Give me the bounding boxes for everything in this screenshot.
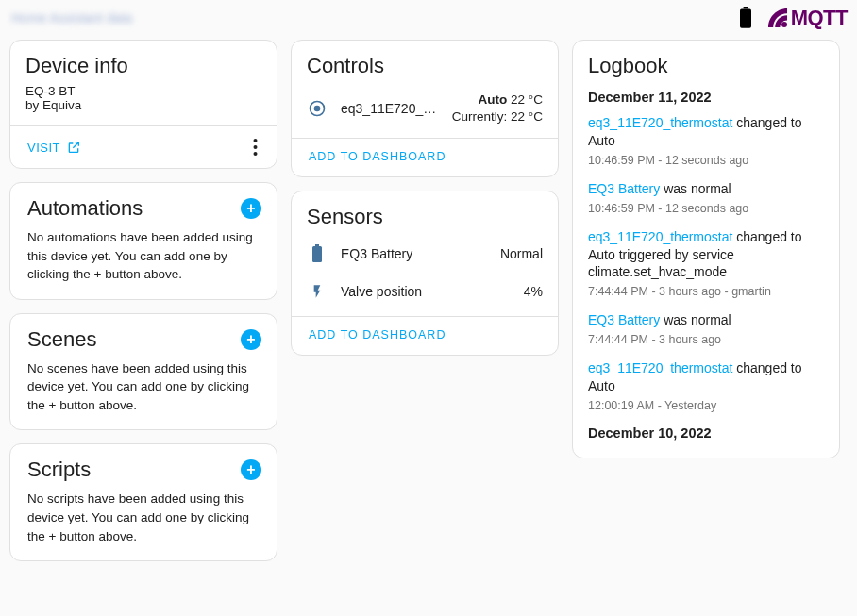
sensors-card: Sensors EQ3 BatteryNormalValve position4… bbox=[291, 191, 559, 356]
add-scene-button[interactable]: + bbox=[241, 329, 261, 350]
scripts-title: Scripts bbox=[27, 458, 91, 482]
battery-icon bbox=[738, 7, 753, 29]
flash-icon bbox=[307, 282, 328, 301]
logbook-entry-meta: 7:44:44 PM - 3 hours ago bbox=[588, 333, 822, 346]
overflow-menu-button[interactable] bbox=[249, 138, 261, 157]
svg-point-5 bbox=[254, 152, 258, 156]
logbook-entry-text: eq3_11E720_thermostat changed to Auto bbox=[588, 359, 822, 395]
battery-icon bbox=[307, 244, 328, 263]
logbook-date-header: December 11, 2022 bbox=[588, 90, 822, 105]
logbook-entry-text: eq3_11E720_thermostat changed to Auto bbox=[588, 114, 822, 150]
svg-rect-8 bbox=[315, 244, 319, 246]
logbook-entry: EQ3 Battery was normal7:44:44 PM - 3 hou… bbox=[588, 311, 822, 346]
svg-point-3 bbox=[254, 139, 258, 142]
logbook-entry-meta: 12:00:19 AM - Yesterday bbox=[588, 399, 822, 412]
svg-point-4 bbox=[254, 145, 258, 149]
svg-point-2 bbox=[781, 22, 787, 27]
visit-label: VISIT bbox=[27, 141, 60, 155]
logbook-entity-link[interactable]: eq3_11E720_thermostat bbox=[588, 360, 732, 375]
scripts-card: Scripts + No scripts have been added usi… bbox=[9, 443, 277, 561]
device-manufacturer: by Equiva bbox=[25, 98, 261, 112]
logbook-entry-text: EQ3 Battery was normal bbox=[588, 180, 822, 198]
svg-rect-9 bbox=[312, 246, 322, 262]
logbook-entry: eq3_11E720_thermostat changed to Auto12:… bbox=[588, 359, 822, 412]
add-script-button[interactable]: + bbox=[241, 459, 261, 480]
logbook-entry-meta: 10:46:59 PM - 12 seconds ago bbox=[588, 154, 822, 167]
device-info-title: Device info bbox=[25, 54, 261, 78]
external-link-icon bbox=[66, 140, 81, 155]
mqtt-text: MQTT bbox=[791, 6, 848, 30]
sensor-value: Normal bbox=[500, 246, 543, 261]
sensors-add-dashboard-button[interactable]: ADD TO DASHBOARD bbox=[292, 317, 558, 355]
scripts-empty-text: No scripts have been added using this de… bbox=[27, 490, 261, 545]
sensors-title: Sensors bbox=[307, 205, 543, 229]
controls-title: Controls bbox=[307, 54, 543, 78]
control-row-thermostat[interactable]: eq3_11E720_therm… Auto 22 °C Currently: … bbox=[307, 84, 543, 128]
sensor-row[interactable]: Valve position4% bbox=[307, 273, 543, 310]
sensor-name: Valve position bbox=[341, 284, 511, 299]
scenes-title: Scenes bbox=[27, 327, 96, 352]
visit-button[interactable]: VISIT bbox=[27, 140, 81, 155]
scenes-card: Scenes + No scenes have been added using… bbox=[9, 313, 277, 431]
automations-empty-text: No automations have been added using thi… bbox=[27, 228, 261, 284]
logbook-entry-meta: 7:44:44 PM - 3 hours ago - gmartin bbox=[588, 285, 822, 298]
sensor-value: 4% bbox=[524, 284, 543, 299]
logbook-title: Logbook bbox=[588, 54, 828, 78]
automations-card: Automations + No automations have been a… bbox=[9, 182, 277, 300]
automations-title: Automations bbox=[27, 196, 143, 221]
svg-point-7 bbox=[314, 105, 321, 111]
mqtt-signal-icon bbox=[766, 7, 789, 29]
logbook-entity-link[interactable]: eq3_11E720_thermostat bbox=[588, 229, 732, 244]
logbook-card: Logbook December 11, 2022eq3_11E720_ther… bbox=[572, 40, 840, 458]
add-automation-button[interactable]: + bbox=[241, 198, 261, 219]
breadcrumb-blurred: Home Assistant data bbox=[11, 10, 132, 25]
logbook-scroll[interactable]: December 11, 2022eq3_11E720_thermostat c… bbox=[588, 84, 828, 452]
control-state: Auto 22 °C Currently: 22 °C bbox=[452, 92, 543, 125]
controls-card: Controls eq3_11E720_therm… Auto 22 °C Cu… bbox=[291, 40, 559, 177]
logbook-entity-link[interactable]: eq3_11E720_thermostat bbox=[588, 115, 732, 130]
logbook-entry: EQ3 Battery was normal10:46:59 PM - 12 s… bbox=[588, 180, 822, 215]
device-info-card: Device info EQ-3 BT by Equiva VISIT bbox=[9, 40, 277, 169]
device-model: EQ-3 BT bbox=[25, 84, 261, 98]
control-name: eq3_11E720_therm… bbox=[341, 101, 439, 116]
logbook-entry-text: eq3_11E720_thermostat changed to Auto tr… bbox=[588, 228, 822, 282]
scenes-empty-text: No scenes have been added using this dev… bbox=[27, 359, 261, 415]
logbook-entity-link[interactable]: EQ3 Battery bbox=[588, 181, 660, 196]
logbook-entry: eq3_11E720_thermostat changed to Auto10:… bbox=[588, 114, 822, 167]
sensor-name: EQ3 Battery bbox=[341, 246, 487, 261]
controls-add-dashboard-button[interactable]: ADD TO DASHBOARD bbox=[292, 139, 558, 176]
svg-rect-1 bbox=[740, 8, 751, 27]
dots-vertical-icon bbox=[253, 138, 258, 157]
header-indicators: MQTT bbox=[738, 6, 848, 30]
sensor-row[interactable]: EQ3 BatteryNormal bbox=[307, 235, 543, 273]
logbook-date-header: December 10, 2022 bbox=[588, 425, 822, 441]
logbook-entry-text: EQ3 Battery was normal bbox=[588, 311, 822, 329]
logbook-entity-link[interactable]: EQ3 Battery bbox=[588, 312, 660, 327]
mqtt-logo: MQTT bbox=[766, 6, 848, 30]
logbook-entry-meta: 10:46:59 PM - 12 seconds ago bbox=[588, 202, 822, 215]
page-header: Home Assistant data MQTT bbox=[0, 0, 857, 40]
svg-rect-0 bbox=[743, 7, 748, 8]
logbook-entry: eq3_11E720_thermostat changed to Auto tr… bbox=[588, 228, 822, 299]
thermostat-icon bbox=[307, 99, 328, 118]
